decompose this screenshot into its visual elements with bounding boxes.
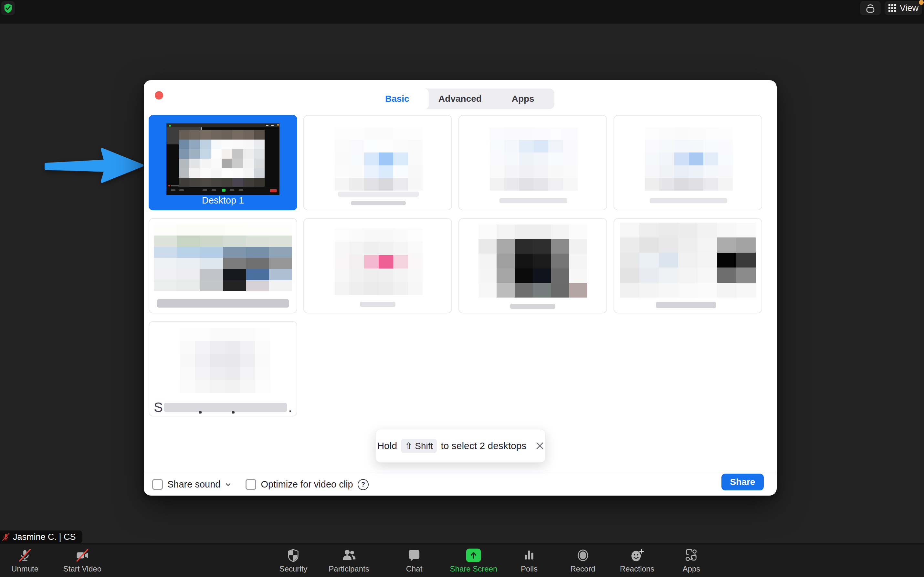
unmute-label: Unmute <box>11 564 39 574</box>
top-bar: View <box>0 0 924 24</box>
pixel-cell <box>211 149 222 159</box>
pixel-cell <box>364 242 379 255</box>
chevron-down-icon[interactable] <box>225 482 231 487</box>
pixel-cell <box>255 328 270 341</box>
pixel-cell <box>408 269 423 282</box>
pixel-cell <box>189 178 200 187</box>
pixel-cell <box>349 153 364 165</box>
mini-video <box>179 189 184 191</box>
pixel-cell <box>659 165 674 178</box>
polls-label: Polls <box>521 564 538 574</box>
record-icon <box>576 548 590 562</box>
pixel-cell <box>240 367 256 380</box>
pixel-cell <box>533 224 551 239</box>
mini-security <box>203 189 207 191</box>
tile-window-8[interactable] <box>613 218 762 313</box>
pixel-cell <box>703 127 718 140</box>
pixel-cell <box>379 127 393 140</box>
pixel-cell <box>200 149 211 159</box>
pixel-cell <box>364 140 379 153</box>
pixel-cell <box>211 140 222 149</box>
share-screen-dialog: Basic Advanced Apps <box>144 80 777 496</box>
pixel-cell <box>243 168 254 178</box>
pixel-cell <box>349 178 364 190</box>
pixel-cell <box>569 224 587 239</box>
participants-button[interactable]: Participants <box>328 548 369 574</box>
pixel-cell <box>335 269 349 282</box>
pixel-cell <box>533 254 551 268</box>
pixel-cell <box>177 235 200 247</box>
pixel-cell <box>246 269 269 280</box>
pixel-cell <box>717 253 736 268</box>
pixel-cell <box>211 178 222 187</box>
video-off-icon <box>75 548 90 563</box>
pixel-cell <box>177 247 200 258</box>
pixel-cell <box>364 269 379 282</box>
pixel-cell <box>689 127 703 140</box>
apps-button[interactable]: Apps <box>683 548 700 574</box>
pixel-cell <box>678 222 697 237</box>
tile-window-9[interactable]: S . <box>149 321 297 416</box>
pixel-cell <box>504 140 519 153</box>
close-window-button[interactable] <box>155 91 163 100</box>
chat-button[interactable]: Chat <box>406 548 423 574</box>
pixel-cell <box>200 258 223 269</box>
tooltip-close-button[interactable] <box>536 442 544 450</box>
tile-window-6[interactable] <box>303 218 452 313</box>
pixel-cell <box>678 237 697 252</box>
pixel-cell <box>180 367 195 380</box>
view-button[interactable]: View <box>885 1 922 15</box>
tile-desktop-1[interactable]: Desktop 1 <box>149 115 297 210</box>
security-shield-button[interactable] <box>1 1 15 15</box>
pixel-cell <box>335 140 349 153</box>
pixel-cell <box>697 222 717 237</box>
tile-window-4[interactable] <box>613 115 762 210</box>
unmute-button[interactable]: Unmute <box>11 548 39 574</box>
reactions-button[interactable]: Reactions <box>620 548 655 574</box>
pixel-cell <box>697 237 717 252</box>
pixel-cell <box>497 224 515 239</box>
pixel-cell <box>269 235 292 247</box>
pixel-cell <box>533 269 551 283</box>
pixel-cell <box>718 127 733 140</box>
share-sound-checkbox[interactable] <box>152 479 163 490</box>
participants-icon <box>341 548 357 563</box>
share-screen-button[interactable]: Share Screen <box>450 548 497 574</box>
pixel-cell <box>243 140 254 149</box>
security-button[interactable]: Security <box>280 548 307 574</box>
tab-apps[interactable]: Apps <box>491 89 554 109</box>
pixel-cell <box>408 229 423 242</box>
record-button[interactable]: Record <box>570 548 595 574</box>
help-icon[interactable]: ? <box>357 479 369 490</box>
tile-label: Desktop 1 <box>149 195 297 206</box>
polls-button[interactable]: Polls <box>521 548 538 574</box>
share-button[interactable]: Share <box>721 474 764 490</box>
mini-end-button <box>270 189 277 192</box>
pixel-cell <box>736 237 756 252</box>
pixel-cell <box>563 140 578 153</box>
pixel-cell <box>393 140 408 153</box>
cast-device-button[interactable] <box>860 1 881 15</box>
pixel-cell <box>497 269 515 283</box>
pixel-cell <box>534 127 548 140</box>
tab-basic[interactable]: Basic <box>366 89 429 109</box>
tab-advanced[interactable]: Advanced <box>429 89 492 109</box>
tile-window-7[interactable] <box>459 218 607 313</box>
pixel-cell <box>200 140 211 149</box>
pixel-cell <box>490 178 504 190</box>
tile-window-5[interactable] <box>149 218 297 313</box>
pixel-cell <box>255 354 270 367</box>
tile-window-2[interactable] <box>303 115 452 210</box>
pixel-cell <box>154 235 177 247</box>
pixel-cell <box>364 282 379 295</box>
optimize-video-checkbox[interactable] <box>246 479 256 490</box>
pixel-cell <box>659 127 674 140</box>
pixel-cell <box>674 153 689 165</box>
view-label: View <box>900 3 919 13</box>
pixel-cell <box>639 222 659 237</box>
pixel-cell <box>620 268 639 282</box>
reactions-smiley-icon <box>630 548 644 563</box>
blurred-title-bar <box>656 302 716 308</box>
start-video-button[interactable]: Start Video <box>63 548 101 574</box>
tile-window-3[interactable] <box>459 115 607 210</box>
